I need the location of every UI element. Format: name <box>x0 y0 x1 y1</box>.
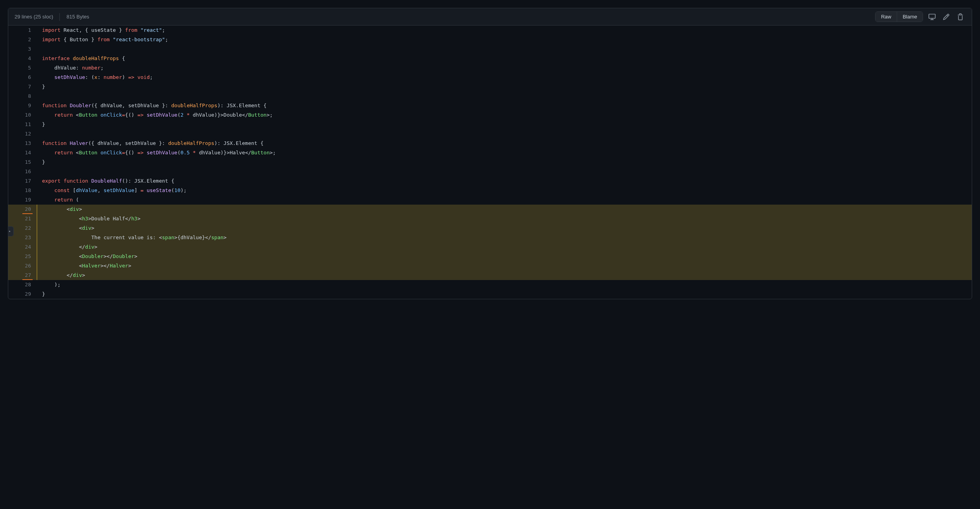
code-line[interactable]: 17export function DoubleHalf(): JSX.Elem… <box>8 176 972 186</box>
code-line[interactable]: 7} <box>8 82 972 92</box>
line-number[interactable]: 10 <box>8 110 37 120</box>
code-text: import { Button } from "react-bootstrap"… <box>37 35 972 44</box>
code-text: <div> <box>37 205 972 214</box>
code-line[interactable]: 11} <box>8 120 972 129</box>
code-text: dhValue: number; <box>37 63 972 73</box>
raw-blame-group: Raw Blame <box>875 11 923 22</box>
code-text: } <box>37 157 972 167</box>
line-number[interactable]: 14 <box>8 148 37 157</box>
line-number[interactable]: 15 <box>8 157 37 167</box>
code-line[interactable]: 18 const [dhValue, setDhValue] = useStat… <box>8 186 972 195</box>
line-number[interactable]: 9 <box>8 101 37 110</box>
line-number[interactable]: 20 <box>8 205 37 214</box>
code-line[interactable]: 3 <box>8 44 972 54</box>
line-number[interactable]: 7 <box>8 82 37 92</box>
line-number[interactable]: 19 <box>8 195 37 205</box>
lines-count: 29 lines (25 sloc) <box>15 14 53 20</box>
line-number[interactable]: 17 <box>8 176 37 186</box>
trash-icon[interactable] <box>955 12 965 22</box>
code-line[interactable]: 25 <Doubler></Doubler> <box>8 252 972 261</box>
code-line[interactable]: 23 The current value is: <span>{dhValue}… <box>8 233 972 242</box>
line-number[interactable]: 21 <box>8 214 37 223</box>
line-number[interactable]: 8 <box>8 92 37 101</box>
code-text: <Doubler></Doubler> <box>37 252 972 261</box>
code-line[interactable]: 28 ); <box>8 280 972 289</box>
line-number[interactable]: 6 <box>8 73 37 82</box>
code-text: export function DoubleHalf(): JSX.Elemen… <box>37 176 972 186</box>
file-actions: Raw Blame <box>875 11 965 22</box>
code-line[interactable]: 9function Doubler({ dhValue, setDhValue … <box>8 101 972 110</box>
code-line[interactable]: 13function Halver({ dhValue, setDhValue … <box>8 139 972 148</box>
line-number[interactable]: 25 <box>8 252 37 261</box>
code-line[interactable]: 21 <h3>Double Half</h3> <box>8 214 972 223</box>
file-box: 29 lines (25 sloc) │ 815 Bytes Raw Blame… <box>8 8 972 299</box>
line-number[interactable]: 28 <box>8 280 37 289</box>
line-number[interactable]: 18 <box>8 186 37 195</box>
code-text: return <Button onClick={() => setDhValue… <box>37 110 972 120</box>
code-text: </div> <box>37 242 972 252</box>
line-number[interactable]: 5 <box>8 63 37 73</box>
code-line[interactable]: 2import { Button } from "react-bootstrap… <box>8 35 972 44</box>
code-line[interactable]: 5 dhValue: number; <box>8 63 972 73</box>
code-text: <Halver></Halver> <box>37 261 972 271</box>
stats-divider: │ <box>58 13 62 20</box>
code-line[interactable]: 20 <div> <box>8 205 972 214</box>
blame-button[interactable]: Blame <box>897 12 923 22</box>
code-line[interactable]: 26 <Halver></Halver> <box>8 261 972 271</box>
code-text: The current value is: <span>{dhValue}</s… <box>37 233 972 242</box>
code-line[interactable]: 16 <box>8 167 972 176</box>
code-text: <div> <box>37 223 972 233</box>
line-number[interactable]: 11 <box>8 120 37 129</box>
code-line[interactable]: 29} <box>8 289 972 299</box>
code-line[interactable]: 14 return <Button onClick={() => setDhVa… <box>8 148 972 157</box>
line-number[interactable]: 2 <box>8 35 37 44</box>
code-text: ); <box>37 280 972 289</box>
code-line[interactable]: 10 return <Button onClick={() => setDhVa… <box>8 110 972 120</box>
line-number[interactable]: 13 <box>8 139 37 148</box>
line-number[interactable]: 16 <box>8 167 37 176</box>
code-text: setDhValue: (x: number) => void; <box>37 73 972 82</box>
code-text: return ( <box>37 195 972 205</box>
code-line[interactable]: 1import React, { useState } from "react"… <box>8 26 972 35</box>
code-text: function Doubler({ dhValue, setDhValue }… <box>37 101 972 110</box>
line-number[interactable]: 27 <box>8 271 37 280</box>
line-number[interactable]: 26 <box>8 261 37 271</box>
bytes-count: 815 Bytes <box>66 14 89 20</box>
code-line[interactable]: 12 <box>8 129 972 139</box>
code-text: } <box>37 82 972 92</box>
code-text: } <box>37 289 972 299</box>
line-number[interactable]: 22 <box>8 223 37 233</box>
code-text: function Halver({ dhValue, setDhValue }:… <box>37 139 972 148</box>
code-line[interactable]: 22 <div> <box>8 223 972 233</box>
file-header: 29 lines (25 sloc) │ 815 Bytes Raw Blame <box>8 8 972 26</box>
desktop-icon[interactable] <box>927 12 937 22</box>
code-text: return <Button onClick={() => setDhValue… <box>37 148 972 157</box>
code-text: interface doubleHalfProps { <box>37 54 972 63</box>
line-number[interactable]: 24 <box>8 242 37 252</box>
code-text: import React, { useState } from "react"; <box>37 26 972 35</box>
code-line[interactable]: 6 setDhValue: (x: number) => void; <box>8 73 972 82</box>
code-line[interactable]: 8 <box>8 92 972 101</box>
code-text: </div> <box>37 271 972 280</box>
line-number[interactable]: 1 <box>8 26 37 35</box>
line-number[interactable]: 4 <box>8 54 37 63</box>
code-line[interactable]: 4interface doubleHalfProps { <box>8 54 972 63</box>
edit-icon[interactable] <box>941 12 951 22</box>
code-text: <h3>Double Half</h3> <box>37 214 972 223</box>
code-line[interactable]: 15} <box>8 157 972 167</box>
line-number[interactable]: 12 <box>8 129 37 139</box>
code-line[interactable]: 24 </div> <box>8 242 972 252</box>
code-text: const [dhValue, setDhValue] = useState(1… <box>37 186 972 195</box>
code-line[interactable]: 19 return ( <box>8 195 972 205</box>
code-line[interactable]: 27 </div> <box>8 271 972 280</box>
line-number[interactable]: 23 <box>8 233 37 242</box>
file-stats: 29 lines (25 sloc) │ 815 Bytes <box>15 13 89 20</box>
raw-button[interactable]: Raw <box>875 12 897 22</box>
code-text: } <box>37 120 972 129</box>
code-view[interactable]: 1import React, { useState } from "react"… <box>8 26 972 299</box>
line-number[interactable]: 3 <box>8 44 37 54</box>
line-number[interactable]: 29 <box>8 289 37 299</box>
